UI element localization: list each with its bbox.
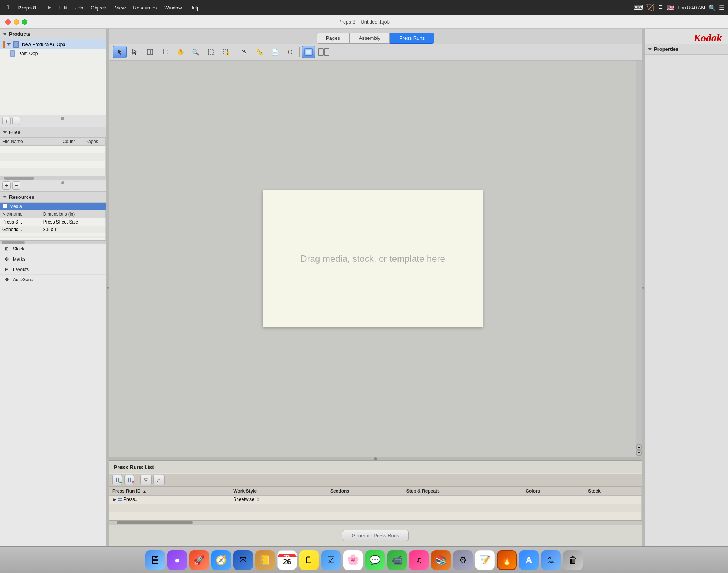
press-runs-horizontal-scrollbar[interactable] <box>109 520 642 525</box>
pr-row-1-workstyle-arrows[interactable]: ⇕ <box>256 497 259 502</box>
dock-item-files[interactable]: 🗂 <box>541 550 561 570</box>
media-scrollbar-thumb[interactable] <box>2 241 25 244</box>
properties-collapse-arrow[interactable] <box>648 48 652 50</box>
dock-item-siri[interactable]: ● <box>167 550 187 570</box>
tab-assembly[interactable]: Assembly <box>350 33 390 44</box>
tab-press-runs[interactable]: Press Runs <box>390 33 434 44</box>
dock-item-mail[interactable]: ✉ <box>233 550 253 570</box>
menu-window[interactable]: Window <box>161 4 185 12</box>
dock-item-launchpad[interactable]: 🚀 <box>189 550 209 570</box>
media-header[interactable]: Media <box>0 203 106 210</box>
apple-menu[interactable]:  <box>4 3 12 12</box>
dock-item-finder[interactable]: 🖥 <box>145 550 165 570</box>
tool-select-arrow-alt[interactable] <box>128 46 142 58</box>
menu-job[interactable]: Job <box>72 4 86 12</box>
dock-item-textedit[interactable]: 📝 <box>475 550 495 570</box>
pr-row-1-expand-button[interactable]: ▶ <box>112 497 117 502</box>
tool-hand[interactable]: ✋ <box>174 46 187 58</box>
tool-view-double[interactable] <box>317 46 331 58</box>
dock-item-messages[interactable]: 💬 <box>365 550 385 570</box>
dock-item-photos[interactable]: 🌸 <box>343 550 363 570</box>
tool-select-plus[interactable]: + <box>219 46 233 58</box>
tool-page[interactable]: 📄 <box>268 46 282 58</box>
press-runs-scrollbar-thumb[interactable] <box>117 521 193 524</box>
sidebar-item-layouts[interactable]: ⊟ Layouts <box>0 264 106 275</box>
files-add-button[interactable]: + <box>2 181 11 190</box>
generate-press-runs-button[interactable]: Generate Press Runs <box>342 530 408 541</box>
dock-item-books[interactable]: 📚 <box>431 550 451 570</box>
tool-crosshair[interactable] <box>283 46 297 58</box>
media-row-2[interactable]: Generic... 8.5 x 11 <box>0 226 106 233</box>
left-collapse-handle[interactable] <box>106 29 109 546</box>
maximize-button[interactable] <box>22 19 27 25</box>
tool-select-arrow[interactable] <box>113 46 127 58</box>
files-remove-button[interactable]: − <box>12 181 20 190</box>
pr-col-step-repeats[interactable]: Step & Repeats <box>403 487 522 496</box>
pr-col-stock[interactable]: Stock <box>585 487 642 496</box>
tool-ruler[interactable]: 📏 <box>253 46 267 58</box>
press-run-move-up-button[interactable]: △ <box>153 475 165 485</box>
media-row-1[interactable]: Press S... Press Sheet Size <box>0 218 106 226</box>
products-remove-button[interactable]: − <box>12 117 20 125</box>
dock-item-safari[interactable]: 🧭 <box>211 550 231 570</box>
pr-col-id[interactable]: Press Run ID ▲ <box>109 487 230 496</box>
files-horizontal-scrollbar[interactable] <box>0 176 106 180</box>
menu-view[interactable]: View <box>112 4 129 12</box>
tool-view-single[interactable] <box>302 46 315 58</box>
dock-item-contacts[interactable]: 📒 <box>255 550 275 570</box>
pr-col-sections[interactable]: Sections <box>327 487 403 496</box>
tree-item-product[interactable]: New Product(A), Opp <box>0 39 106 49</box>
pr-col-colors[interactable]: Colors <box>522 487 585 496</box>
close-button[interactable] <box>5 19 11 25</box>
minimize-button[interactable] <box>14 19 19 25</box>
files-section-header[interactable]: Files <box>0 127 106 138</box>
dock-item-reminders[interactable]: ☑ <box>321 550 341 570</box>
resources-collapse-arrow[interactable] <box>3 196 7 198</box>
media-horizontal-scrollbar[interactable] <box>0 240 106 244</box>
dock-item-appstore[interactable]: A <box>519 550 539 570</box>
tool-eye[interactable]: 👁 <box>238 46 251 58</box>
canvas-press-runs-divider[interactable] <box>109 457 642 460</box>
tab-pages[interactable]: Pages <box>317 33 350 44</box>
sidebar-item-stock[interactable]: ⊞ Stock <box>0 244 106 254</box>
dock-item-preps[interactable]: 🔥 <box>497 550 517 570</box>
tool-layout-add[interactable] <box>143 46 157 58</box>
sidebar-item-autogang[interactable]: ❖ AutoGang <box>0 275 106 285</box>
dock-item-trash[interactable]: 🗑 <box>563 550 583 570</box>
canvas-arrow-up[interactable]: ▲ <box>636 444 642 450</box>
menu-edit[interactable]: Edit <box>56 4 71 12</box>
dock-item-music[interactable]: ♫ <box>409 550 429 570</box>
product-expand-arrow[interactable] <box>7 43 11 46</box>
menu-file[interactable]: File <box>41 4 55 12</box>
canvas-area[interactable]: Drag media, stock, or template here <box>109 61 636 457</box>
press-run-add-grid-button[interactable]: + <box>112 475 122 485</box>
dock-item-calendar[interactable]: APR 26 <box>277 550 297 570</box>
menu-resources[interactable]: Resources <box>130 4 160 12</box>
dock-item-systemprefs[interactable]: ⚙ <box>453 550 473 570</box>
products-collapse-arrow[interactable] <box>3 33 7 35</box>
menu-objects[interactable]: Objects <box>88 4 110 12</box>
sidebar-item-marks[interactable]: ✤ Marks <box>0 254 106 264</box>
menu-help[interactable]: Help <box>187 4 203 12</box>
dock-item-facetime[interactable]: 📹 <box>387 550 407 570</box>
files-collapse-arrow[interactable] <box>3 131 7 134</box>
menubar-list-icon[interactable]: ☰ <box>719 4 724 11</box>
press-run-move-down-button[interactable]: ▽ <box>140 475 152 485</box>
products-add-button[interactable]: + <box>2 117 11 125</box>
dock-item-notes[interactable]: 🗒 <box>299 550 319 570</box>
tool-magnify[interactable]: 🔍 <box>189 46 202 58</box>
products-section-header[interactable]: Products <box>0 29 106 39</box>
files-scrollbar-thumb[interactable] <box>4 177 34 180</box>
menubar-search-icon[interactable]: 🔍 <box>708 4 716 11</box>
right-collapse-handle[interactable] <box>642 29 645 546</box>
product-name: New Product(A), Opp <box>22 42 65 47</box>
pr-row-1[interactable]: ▶ Press... <box>109 495 642 504</box>
tool-select-dotted[interactable] <box>204 46 218 58</box>
tree-item-part[interactable]: Part, Opp <box>7 49 106 58</box>
canvas-arrow-down[interactable]: ▼ <box>636 450 642 456</box>
menu-appname[interactable]: Preps 8 <box>15 4 39 12</box>
pr-col-workstyle[interactable]: Work Style <box>230 487 327 496</box>
press-run-remove-grid-button[interactable]: × <box>124 475 134 485</box>
tool-crop[interactable] <box>158 46 172 58</box>
resources-section-header[interactable]: Resources <box>0 192 106 203</box>
